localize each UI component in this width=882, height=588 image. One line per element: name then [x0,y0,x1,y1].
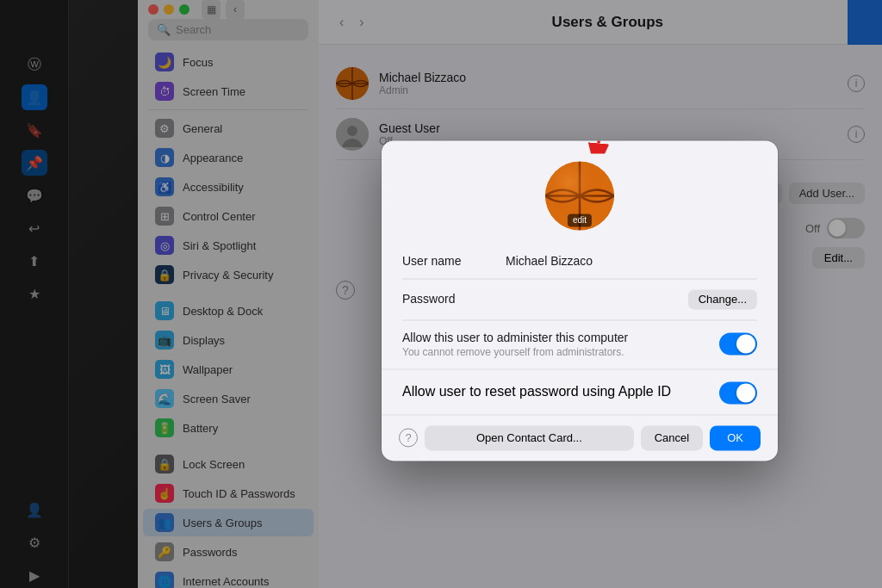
apple-id-toggle-knob [736,383,755,402]
modal-footer: ? Open Contact Card... Cancel OK [382,415,778,461]
administer-toggle-row: Allow this user to administer this compu… [402,331,757,358]
username-label: User name [402,254,506,268]
password-label: Password [402,292,506,306]
administer-toggle[interactable] [719,332,757,355]
open-contact-card-button[interactable]: Open Contact Card... [425,425,634,450]
modal-avatar-edit-label: edit [568,214,592,226]
password-field-row: Password Change... [402,279,757,320]
user-edit-modal: edit User name Michael Bizzaco Password … [382,140,778,461]
change-password-button[interactable]: Change... [688,289,757,309]
modal-avatar-wrap[interactable]: edit [545,161,614,230]
username-value: Michael Bizzaco [506,254,757,268]
administer-primary: Allow this user to administer this compu… [402,331,628,344]
modal-avatar-section: edit [382,140,778,244]
modal-help-button[interactable]: ? [399,428,418,447]
administer-toggle-section: Allow this user to administer this compu… [382,320,778,369]
svg-line-6 [599,140,606,143]
administer-toggle-text: Allow this user to administer this compu… [402,331,628,358]
ok-button[interactable]: OK [710,425,761,450]
apple-id-toggle[interactable] [719,381,757,404]
cancel-button[interactable]: Cancel [641,425,703,450]
username-field-row: User name Michael Bizzaco [402,244,757,279]
administer-secondary: You cannot remove yourself from administ… [402,346,628,358]
apple-id-label: Allow user to reset password using Apple… [402,384,671,399]
red-arrow-indicator [562,140,631,153]
modal-fields: User name Michael Bizzaco Password Chang… [382,244,778,320]
apple-id-reset-section: Allow user to reset password using Apple… [382,369,778,415]
administer-toggle-knob [736,334,755,353]
apple-id-toggle-row: Allow user to reset password using Apple… [402,380,757,404]
